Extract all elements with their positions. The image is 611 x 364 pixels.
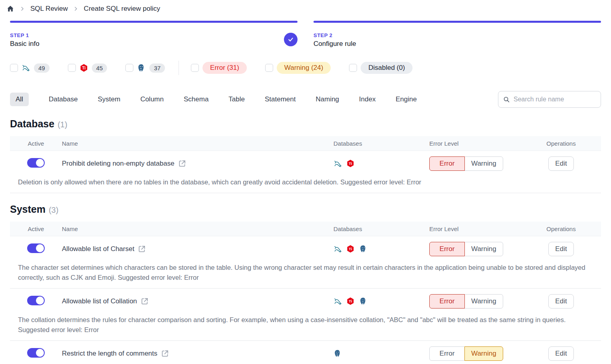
breadcrumb-create-policy: Create SQL review policy — [84, 5, 160, 13]
tab-engine[interactable]: Engine — [396, 95, 417, 103]
tidb-icon — [79, 63, 88, 72]
search-box[interactable] — [498, 91, 601, 108]
chevron-right-icon — [73, 6, 78, 11]
step-2-progress-bar — [313, 21, 601, 23]
rule-name-link[interactable]: Allowable list of Collation — [62, 297, 313, 306]
edit-button[interactable]: Edit — [548, 294, 574, 309]
rule-active-toggle[interactable] — [27, 348, 45, 358]
chevron-right-icon — [20, 6, 25, 11]
rule-table: Active Name Databases Error Level Operat… — [10, 136, 601, 193]
rule-engines — [313, 349, 409, 358]
postgres-icon — [359, 297, 368, 306]
filter-level-disabled: Disabled (0) — [349, 62, 413, 74]
step-1-title: Basic info — [10, 40, 298, 48]
error-level-warning-button[interactable]: Warning — [464, 294, 503, 309]
mysql-count-badge: 49 — [34, 63, 50, 73]
tidb-count-badge: 45 — [92, 63, 107, 73]
edit-button[interactable]: Edit — [548, 242, 574, 256]
edit-button[interactable]: Edit — [548, 156, 574, 171]
error-filter-checkbox[interactable] — [191, 64, 199, 72]
tidb-icon — [346, 245, 355, 253]
mysql-icon — [22, 63, 30, 72]
table-row: Allowable list of Collation Error Warnin… — [10, 289, 601, 341]
tab-naming[interactable]: Naming — [315, 95, 339, 103]
table-row: Restrict the length of comments Error Wa… — [10, 341, 601, 364]
rule-name-link[interactable]: Allowable list of Charset — [62, 245, 313, 253]
mysql-icon — [333, 297, 342, 306]
mysql-icon — [333, 245, 342, 253]
filter-engine-tidb: 45 — [68, 63, 107, 73]
external-link-icon — [140, 297, 149, 306]
error-level-error-button[interactable]: Error — [429, 346, 465, 361]
rule-table: Active Name Databases Error Level Operat… — [10, 222, 601, 364]
error-level-warning-button[interactable]: Warning — [464, 346, 503, 361]
tab-all[interactable]: All — [10, 93, 29, 106]
rule-description: The character set determines which chara… — [10, 262, 601, 288]
tab-index[interactable]: Index — [359, 95, 376, 103]
error-level-segmented: Error Warning — [429, 156, 503, 171]
step-2-label: STEP 2 — [313, 32, 601, 38]
mysql-icon — [333, 159, 342, 168]
rule-name-link[interactable]: Restrict the length of comments — [62, 349, 313, 358]
header-name: Name — [62, 140, 313, 147]
step-1-label: STEP 1 — [10, 32, 298, 38]
tab-schema[interactable]: Schema — [184, 95, 208, 103]
error-level-error-button[interactable]: Error — [429, 242, 465, 256]
tab-system[interactable]: System — [98, 95, 121, 103]
mysql-filter-checkbox[interactable] — [10, 64, 18, 72]
header-operations: Operations — [521, 226, 601, 232]
section-count: (3) — [49, 206, 58, 215]
step-indicator: STEP 1 Basic info STEP 2 Configure rule — [0, 21, 611, 48]
tidb-icon — [346, 297, 355, 306]
warning-filter-checkbox[interactable] — [265, 64, 273, 72]
step-1-completed-badge — [284, 33, 298, 46]
table-row: Allowable list of Charset Error Warning … — [10, 236, 601, 289]
error-level-warning-button[interactable]: Warning — [464, 156, 503, 171]
breadcrumb-sql-review[interactable]: SQL Review — [30, 5, 68, 13]
category-tabs-row: All Database System Column Schema Table … — [0, 91, 611, 108]
tab-database[interactable]: Database — [49, 95, 78, 103]
tidb-icon — [346, 159, 355, 168]
tab-column[interactable]: Column — [140, 95, 164, 103]
postgres-icon — [137, 63, 146, 72]
external-link-icon — [137, 245, 146, 253]
step-1[interactable]: STEP 1 Basic info — [10, 21, 298, 48]
rule-engines — [313, 245, 409, 253]
error-level-error-button[interactable]: Error — [429, 294, 465, 309]
header-active: Active — [10, 140, 62, 147]
header-databases: Databases — [313, 140, 409, 147]
postgres-count-badge: 37 — [149, 63, 165, 73]
rule-engines — [313, 297, 409, 306]
error-filter-badge[interactable]: Error (31) — [202, 62, 247, 74]
tab-table[interactable]: Table — [228, 95, 245, 103]
filter-divider — [179, 61, 179, 75]
search-icon — [503, 96, 510, 103]
header-active: Active — [10, 226, 62, 232]
rule-engines — [313, 159, 409, 168]
tab-statement[interactable]: Statement — [265, 95, 296, 103]
disabled-filter-badge[interactable]: Disabled (0) — [361, 62, 413, 74]
rule-active-toggle[interactable] — [27, 243, 45, 253]
rule-active-toggle[interactable] — [27, 158, 45, 168]
error-level-error-button[interactable]: Error — [429, 156, 465, 171]
postgres-filter-checkbox[interactable] — [125, 64, 133, 72]
disabled-filter-checkbox[interactable] — [349, 64, 357, 72]
header-error-level: Error Level — [409, 140, 521, 147]
table-header-row: Active Name Databases Error Level Operat… — [10, 136, 601, 151]
warning-filter-badge[interactable]: Warning (24) — [277, 62, 331, 74]
step-2[interactable]: STEP 2 Configure rule — [313, 21, 601, 48]
rule-name-link[interactable]: Prohibit deleting non-empty database — [62, 159, 313, 168]
external-link-icon — [178, 159, 186, 168]
home-icon[interactable] — [6, 5, 14, 13]
filter-bar: 49 45 37 Error (31) Warning (24) Disable… — [0, 61, 611, 74]
section-count: (1) — [58, 120, 67, 129]
search-input[interactable] — [514, 96, 596, 103]
postgres-icon — [333, 349, 342, 358]
error-level-segmented: Error Warning — [429, 346, 503, 361]
error-level-segmented: Error Warning — [429, 294, 503, 309]
edit-button[interactable]: Edit — [548, 346, 574, 361]
error-level-warning-button[interactable]: Warning — [464, 242, 503, 256]
rule-active-toggle[interactable] — [27, 296, 45, 305]
tidb-filter-checkbox[interactable] — [68, 64, 76, 72]
postgres-icon — [359, 245, 368, 253]
